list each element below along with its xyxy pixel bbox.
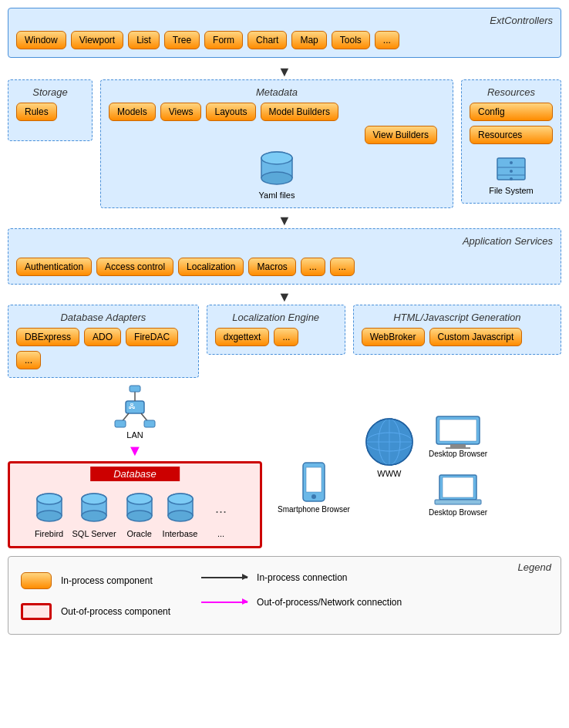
yaml-area: Yaml files (109, 150, 445, 200)
svg-point-37 (127, 494, 152, 504)
legend-content: In-process component Out-of-process comp… (21, 572, 548, 626)
html-js-box: HTML/Javascript Generation WebBroker Cus… (353, 305, 561, 355)
lan-area: 🖧 LAN (104, 384, 166, 440)
btn-window[interactable]: Window (16, 31, 66, 49)
db-firebird-label: Firebird (35, 529, 63, 538)
svg-rect-16 (115, 420, 126, 427)
arrow-lan-to-db: ▼ (127, 443, 143, 458)
btn-more-loc[interactable]: ... (274, 328, 298, 346)
loc-engine-label: Localization Engine (215, 312, 337, 323)
laptop-icon (433, 474, 483, 508)
desktop-browser-2-label: Desktop Browser (429, 508, 487, 517)
app-services-box: Application Services Authentication Acce… (8, 228, 561, 285)
btn-more-as2[interactable]: ... (330, 258, 355, 276)
db-more: ... ... (204, 491, 237, 538)
btn-views[interactable]: Views (160, 103, 202, 121)
db-firebird: Firebird (32, 491, 66, 538)
btn-view-builders[interactable]: View Builders (365, 126, 437, 144)
btn-viewport[interactable]: Viewport (71, 31, 123, 49)
svg-point-11 (510, 177, 513, 180)
db-interbase: Interbase (163, 491, 198, 538)
btn-layouts[interactable]: Layouts (206, 103, 255, 121)
btn-ado[interactable]: ADO (84, 328, 121, 346)
ext-controllers-label: ExtControllers (16, 15, 553, 26)
svg-rect-18 (144, 420, 155, 427)
btn-rules[interactable]: Rules (16, 103, 57, 121)
legend-red-sample (21, 603, 52, 620)
legend-in-process-conn-label: In-process connection (257, 572, 347, 583)
legend-connections: In-process connection Out-of-process/Net… (201, 572, 402, 626)
legend-out-process-conn-label: Out-of-process/Network connection (257, 597, 402, 608)
storage-buttons: Rules (16, 103, 84, 121)
btn-access-control[interactable]: Access control (96, 258, 173, 276)
btn-tools[interactable]: Tools (332, 31, 370, 49)
network-row: 🖧 LAN ▼ Database Firebird (8, 384, 561, 548)
database-box: Database Firebird SQL Server (8, 461, 262, 548)
ext-controllers-box: ExtControllers Window Viewport List Tree… (8, 8, 561, 58)
btn-macros[interactable]: Macros (248, 258, 295, 276)
btn-config[interactable]: Config (470, 103, 553, 121)
svg-text:🖧: 🖧 (129, 403, 136, 410)
db-oracle: Oracle (123, 491, 157, 538)
btn-chart[interactable]: Chart (247, 31, 287, 49)
desktop-icon (435, 415, 481, 450)
smartphone-icon (300, 461, 328, 504)
svg-point-36 (127, 511, 152, 521)
metadata-box: Metadata Models Views Layouts Model Buil… (100, 79, 453, 208)
btn-authentication[interactable]: Authentication (16, 258, 92, 276)
btn-list[interactable]: List (128, 31, 160, 49)
svg-rect-56 (446, 447, 470, 449)
btn-form[interactable]: Form (204, 31, 243, 49)
legend-pink-arrow (201, 602, 247, 603)
db-interbase-label: Interbase (163, 529, 198, 538)
loc-engine-buttons: dxgettext ... (215, 328, 337, 346)
svg-point-10 (510, 170, 513, 173)
legend-out-process-label: Out-of-process component (61, 606, 170, 617)
btn-model-builders[interactable]: Model Builders (261, 103, 338, 121)
btn-tree[interactable]: Tree (164, 31, 200, 49)
db-more-label: ... (217, 529, 224, 538)
db-adapters-buttons: DBExpress ADO FireDAC ... (16, 328, 190, 369)
db-oracle-label: Oracle (126, 529, 151, 538)
www-area: WWW (362, 415, 416, 478)
loc-engine-box: Localization Engine dxgettext ... (207, 305, 345, 355)
svg-rect-59 (435, 500, 481, 504)
html-js-label: HTML/Javascript Generation (362, 312, 553, 323)
btn-more-db[interactable]: ... (16, 351, 41, 369)
svg-rect-58 (443, 477, 473, 497)
btn-resources[interactable]: Resources (470, 126, 553, 144)
www-label: WWW (377, 469, 401, 478)
btn-firedac[interactable]: FireDAC (126, 328, 178, 346)
resources-label: Resources (470, 86, 553, 98)
lan-db-col: 🖧 LAN ▼ Database Firebird (8, 384, 262, 548)
btn-localization[interactable]: Localization (178, 258, 244, 276)
arrow-mid-to-appservices: ▼ (8, 213, 561, 228)
resources-box: Resources Config Resources File System (461, 79, 561, 204)
legend-box: Legend In-process component Out-of-proce… (8, 556, 561, 635)
svg-point-46 (311, 494, 316, 499)
app-services-label: Application Services (16, 235, 553, 247)
db-adapters-box: Database Adapters DBExpress ADO FireDAC … (8, 305, 199, 378)
btn-map[interactable]: Map (291, 31, 326, 49)
database-label: Database (90, 467, 180, 481)
btn-more-as1[interactable]: ... (301, 258, 325, 276)
btn-custom-js[interactable]: Custom Javascript (429, 328, 523, 346)
filesystem-icon (494, 152, 528, 186)
btn-models[interactable]: Models (109, 103, 156, 121)
desktop-browser-1-label: Desktop Browser (429, 450, 487, 458)
btn-dxgettext[interactable]: dxgettext (215, 328, 270, 346)
btn-webbroker[interactable]: WebBroker (362, 328, 425, 346)
lan-icon: 🖧 (104, 384, 166, 430)
desktop-browser-1: Desktop Browser (429, 415, 487, 458)
filesystem-area: File System (470, 152, 553, 195)
svg-rect-45 (306, 467, 322, 492)
btn-dbexpress[interactable]: DBExpress (16, 328, 79, 346)
metadata-row2: View Builders (109, 126, 445, 144)
yaml-db-icon (258, 150, 295, 189)
db-sqlserver-label: SQL Server (72, 529, 116, 538)
svg-point-43 (168, 494, 193, 504)
svg-point-25 (37, 494, 62, 504)
btn-more-ext[interactable]: ... (375, 31, 399, 49)
www-layout: Smartphone Browser WWW (278, 415, 561, 517)
legend-components: In-process component Out-of-process comp… (21, 572, 170, 626)
